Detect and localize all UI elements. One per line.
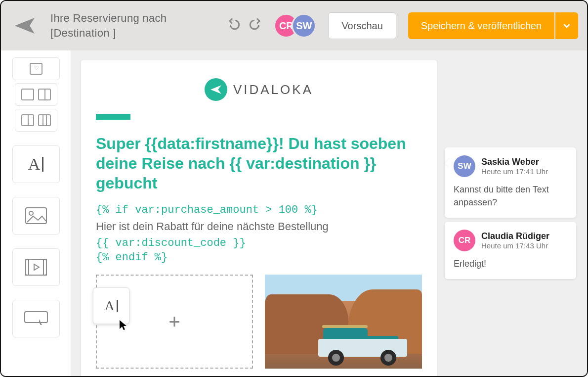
- preview-button[interactable]: Vorschau: [328, 12, 396, 39]
- page-title: Ihre Reservierung nach [Destination ]: [50, 11, 167, 40]
- image-icon: [25, 207, 47, 224]
- template-var-line[interactable]: {{ var:discount_code }}: [96, 237, 422, 249]
- text-icon: A: [28, 155, 44, 174]
- redo-icon[interactable]: [247, 17, 262, 34]
- cursor-icon: [119, 319, 128, 333]
- sidebar-layout-row-2[interactable]: [15, 109, 57, 132]
- comment-body: Erledigt!: [454, 257, 567, 270]
- brand-row: VIDALOKA: [96, 78, 422, 101]
- undo-redo-group: [227, 17, 262, 34]
- title-line-2: [Destination ]: [50, 26, 167, 41]
- top-bar: Ihre Reservierung nach [Destination ] CR…: [1, 1, 587, 50]
- text-icon: A: [104, 298, 118, 314]
- svg-point-1: [29, 211, 33, 215]
- comment-avatar: CR: [454, 230, 475, 251]
- publish-caret-button[interactable]: [555, 12, 578, 39]
- send-icon: [10, 11, 40, 41]
- publish-group: Speichern & veröffentlichen: [408, 12, 578, 39]
- email-canvas[interactable]: VIDALOKA Super {{data:firstname}}! Du ha…: [81, 60, 437, 376]
- undo-icon[interactable]: [227, 17, 242, 34]
- comment-timestamp: Heute um 17:41 Uhr: [481, 167, 548, 176]
- svg-rect-3: [26, 259, 29, 275]
- comment-author: Claudia Rüdiger: [481, 231, 549, 241]
- sidebar: A: [1, 50, 71, 376]
- template-if-line[interactable]: {% if var:purchase_amount > 100 %}: [96, 204, 422, 216]
- accent-bar: [96, 114, 130, 120]
- comment-author: Saskia Weber: [481, 157, 548, 167]
- brand-plane-icon: [205, 78, 227, 101]
- collaborator-avatars: CR SW: [274, 13, 316, 38]
- folder-icon: [30, 63, 42, 75]
- jeep-illustration: [318, 324, 407, 366]
- sidebar-layout-row-1[interactable]: [15, 83, 57, 106]
- svg-rect-4: [43, 259, 46, 275]
- email-body-line[interactable]: Hier ist dein Rabatt für deine nächste B…: [96, 220, 422, 233]
- svg-rect-0: [26, 208, 46, 224]
- sidebar-tool-text[interactable]: A: [12, 145, 60, 183]
- sidebar-tool-button[interactable]: [12, 300, 60, 337]
- comment-body: Kannst du bitte den Text anpassen?: [454, 183, 567, 209]
- drop-row: + A: [96, 275, 422, 369]
- layout-2col-b-icon: [21, 114, 34, 126]
- layout-2col-icon: [38, 89, 51, 100]
- plus-icon: +: [168, 311, 180, 333]
- layout-1col-icon: [21, 89, 34, 100]
- title-line-1: Ihre Reservierung nach: [50, 11, 167, 26]
- sidebar-tool-video[interactable]: [12, 248, 60, 286]
- layout-3col-icon: [38, 114, 51, 126]
- travel-image[interactable]: [265, 275, 422, 369]
- comment-item[interactable]: CR Claudia Rüdiger Heute um 17:43 Uhr Er…: [445, 222, 576, 279]
- comment-avatar: SW: [454, 155, 475, 177]
- brand-name: VIDALOKA: [233, 82, 313, 97]
- video-icon: [25, 259, 47, 276]
- sidebar-folder[interactable]: [12, 57, 60, 80]
- template-endif-line[interactable]: {% endif %}: [96, 251, 422, 264]
- comment-timestamp: Heute um 17:43 Uhr: [481, 241, 549, 250]
- publish-button[interactable]: Speichern & veröffentlichen: [408, 12, 554, 39]
- email-headline[interactable]: Super {{data:firstname}}! Du hast soeben…: [96, 134, 422, 193]
- caret-down-icon: [563, 22, 570, 29]
- avatar-sw[interactable]: SW: [292, 13, 316, 38]
- comments-panel: SW Saskia Weber Heute um 17:41 Uhr Kanns…: [445, 147, 576, 279]
- sidebar-tool-image[interactable]: [12, 197, 60, 235]
- svg-rect-5: [25, 312, 47, 323]
- drop-slot-empty[interactable]: + A: [96, 275, 253, 369]
- drag-text-chip[interactable]: A: [93, 287, 129, 324]
- button-icon: [24, 311, 48, 326]
- comment-item[interactable]: SW Saskia Weber Heute um 17:41 Uhr Kanns…: [445, 147, 576, 218]
